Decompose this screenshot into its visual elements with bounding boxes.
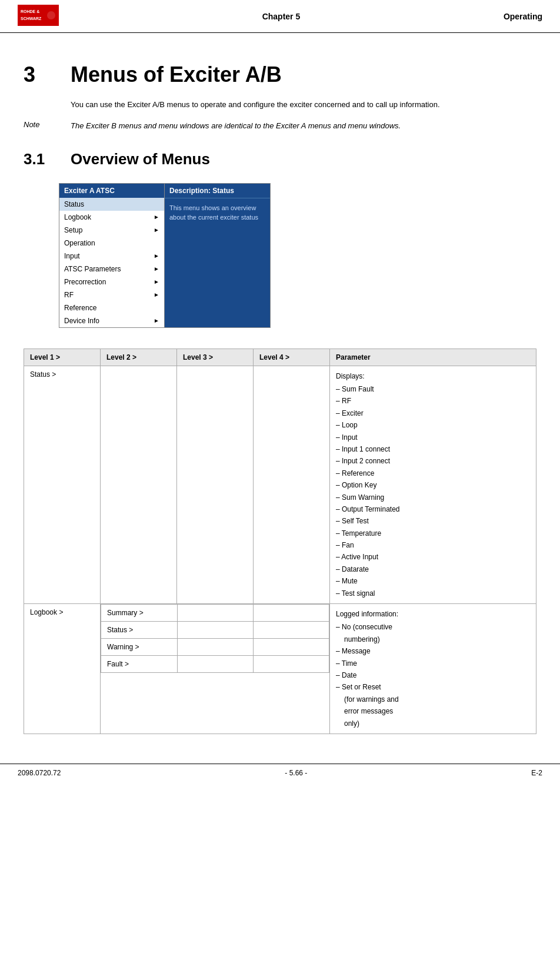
param-item: numbering)	[336, 633, 530, 645]
menu-item-label: Status	[64, 200, 84, 208]
menu-item-device-info[interactable]: Device Info ►	[59, 314, 164, 327]
logbook-sub-l4	[253, 656, 329, 673]
status-level2	[101, 366, 177, 603]
logbook-level1-text: Logbook >	[30, 608, 63, 616]
param-item: – No (consecutive	[336, 621, 530, 633]
logbook-subrow-fault: Fault >	[101, 656, 329, 673]
menu-item-rf[interactable]: RF ►	[59, 288, 164, 301]
logbook-subrow-warning: Warning >	[101, 639, 329, 656]
logbook-sub-l4	[253, 622, 329, 639]
menu-item-label: Input	[64, 252, 80, 260]
section-heading: 3.1 Overview of Menus	[24, 150, 536, 168]
arrow-icon: ►	[154, 253, 159, 259]
col-header-param: Parameter	[330, 349, 536, 366]
menu-screenshot: Exciter A ATSC Status Logbook ► Setup ► …	[59, 183, 271, 328]
menu-item-atsc[interactable]: ATSC Parameters ►	[59, 263, 164, 276]
menu-item-reference[interactable]: Reference	[59, 301, 164, 314]
param-item: – Fan	[336, 539, 530, 551]
col-header-level3: Level 3 >	[177, 349, 254, 366]
logbook-subrows-container: Summary > Status > Warning >	[101, 604, 330, 734]
arrow-icon: ►	[154, 266, 159, 272]
svg-point-3	[47, 11, 55, 19]
status-param: Displays: – Sum Fault – RF – Exciter – L…	[330, 366, 536, 603]
main-content: 3 Menus of Exciter A/B You can use the E…	[0, 33, 560, 746]
svg-text:SCHWARZ: SCHWARZ	[21, 16, 42, 21]
menu-left-header: Exciter A ATSC	[59, 184, 164, 198]
chapter-number: 3	[24, 62, 53, 87]
menu-item-label: ATSC Parameters	[64, 265, 121, 273]
logbook-sub-status: Status >	[101, 622, 178, 639]
col-header-level4: Level 4 >	[254, 349, 330, 366]
param-item: – Active Input	[336, 551, 530, 563]
logbook-sub-l3	[177, 656, 253, 673]
param-item: (for warnings and	[336, 693, 530, 705]
footer-left: 2098.0720.72	[18, 769, 61, 777]
overview-table: Level 1 > Level 2 > Level 3 > Level 4 > …	[24, 349, 536, 734]
param-item: – Reference	[336, 467, 530, 479]
arrow-icon: ►	[154, 278, 159, 285]
note-text: The Exciter B menus and menu windows are…	[71, 120, 401, 132]
menu-item-label: Logbook	[64, 213, 91, 221]
param-item: – Test signal	[336, 588, 530, 599]
arrow-icon: ►	[154, 227, 159, 233]
page-header: ROHDE & SCHWARZ Chapter 5 Operating	[0, 0, 560, 33]
menu-right-header: Description: Status	[165, 184, 270, 198]
menu-item-label: Device Info	[64, 317, 99, 325]
header-operating: Operating	[504, 12, 542, 21]
section-title: Overview of Menus	[71, 150, 210, 168]
menu-right: Description: Status This menu shows an o…	[165, 184, 270, 327]
intro-text: You can use the Exciter A/B menus to ope…	[71, 99, 536, 111]
svg-text:ROHDE &: ROHDE &	[21, 9, 39, 14]
section-number: 3.1	[24, 150, 59, 168]
param-item: – Self Test	[336, 515, 530, 527]
col-header-level2: Level 2 >	[101, 349, 177, 366]
menu-item-logbook[interactable]: Logbook ►	[59, 211, 164, 224]
param-item: – Loop	[336, 419, 530, 431]
table-row-logbook: Logbook > Summary > Status >	[24, 604, 536, 734]
page-footer: 2098.0720.72 - 5.66 - E-2	[0, 764, 560, 782]
menu-item-label: Reference	[64, 304, 96, 312]
menu-item-precorrection[interactable]: Precorrection ►	[59, 276, 164, 288]
logbook-subtable: Summary > Status > Warning >	[101, 604, 329, 673]
param-item: – Temperature	[336, 527, 530, 539]
menu-item-label: Precorrection	[64, 278, 106, 286]
logbook-sub-l3	[177, 639, 253, 656]
logbook-sub-l3	[177, 622, 253, 639]
chapter-title: Menus of Exciter A/B	[71, 62, 282, 87]
chapter-heading: 3 Menus of Exciter A/B	[24, 62, 536, 87]
menu-item-input[interactable]: Input ►	[59, 250, 164, 263]
rs-logo: ROHDE & SCHWARZ	[18, 5, 59, 28]
param-item: – Mute	[336, 575, 530, 587]
logbook-sub-fault: Fault >	[101, 656, 178, 673]
menu-item-label: Setup	[64, 226, 82, 234]
menu-item-operation[interactable]: Operation	[59, 237, 164, 250]
param-item: – Option Key	[336, 479, 530, 491]
param-item: – Exciter	[336, 407, 530, 419]
param-item: – Sum Fault	[336, 383, 530, 395]
param-item: error messages	[336, 705, 530, 717]
note-label: Note	[24, 120, 71, 132]
table-row-status: Status > Displays: – Sum Fault – RF – Ex…	[24, 366, 536, 603]
menu-item-status[interactable]: Status	[59, 198, 164, 211]
logbook-sub-l4	[253, 605, 329, 622]
footer-center: - 5.66 -	[285, 769, 307, 777]
param-item: – Set or Reset	[336, 681, 530, 693]
logbook-sub-summary: Summary >	[101, 605, 178, 622]
menu-left: Exciter A ATSC Status Logbook ► Setup ► …	[59, 184, 165, 327]
menu-right-desc: This menu shows an overview about the cu…	[165, 198, 270, 227]
logbook-param-list: Logged information: – No (consecutive nu…	[336, 608, 530, 729]
arrow-icon: ►	[154, 291, 159, 298]
param-item: – Output Terminated	[336, 503, 530, 515]
status-level4	[254, 366, 330, 603]
logbook-sub-l3	[177, 605, 253, 622]
menu-item-label: RF	[64, 291, 74, 299]
param-item: – Sum Warning	[336, 492, 530, 503]
menu-item-setup[interactable]: Setup ►	[59, 224, 164, 237]
status-param-list: Displays: – Sum Fault – RF – Exciter – L…	[336, 370, 530, 599]
menu-item-label: Operation	[64, 239, 95, 247]
arrow-icon: ►	[154, 317, 159, 324]
header-chapter: Chapter 5	[59, 12, 504, 21]
param-item: – Input 2 connect	[336, 455, 530, 467]
param-item: – Date	[336, 669, 530, 681]
param-item: – RF	[336, 395, 530, 407]
